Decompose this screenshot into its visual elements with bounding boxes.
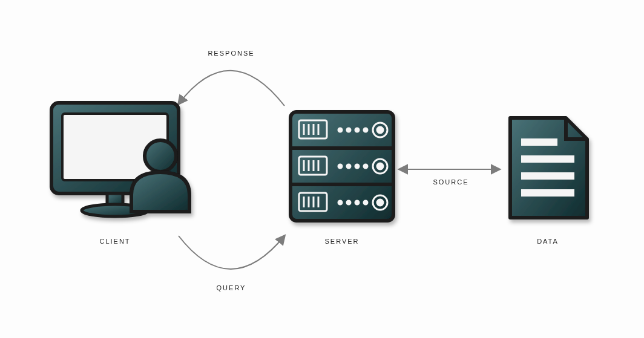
client-icon	[51, 103, 189, 216]
svg-point-30	[377, 163, 383, 169]
server-icon	[291, 112, 393, 221]
svg-point-27	[355, 164, 359, 168]
svg-point-15	[347, 128, 350, 132]
arrow-response	[179, 71, 284, 106]
svg-point-28	[364, 164, 367, 168]
data-label: DATA	[537, 238, 559, 245]
svg-rect-42	[521, 138, 557, 146]
server-label: SERVER	[324, 238, 359, 245]
svg-point-25	[338, 164, 342, 168]
svg-point-38	[355, 201, 359, 204]
svg-point-19	[377, 127, 383, 133]
svg-point-37	[347, 201, 350, 204]
client-label: CLIENT	[99, 238, 130, 245]
svg-point-14	[338, 128, 342, 132]
svg-rect-43	[521, 155, 574, 163]
svg-point-39	[364, 201, 367, 204]
response-label: RESPONSE	[208, 50, 254, 57]
svg-point-17	[364, 128, 367, 132]
data-icon	[510, 118, 587, 218]
diagram-stage: CLIENT SERVER DATA RESPONSE QUERY SOURCE	[0, 0, 644, 338]
svg-point-26	[347, 164, 350, 168]
query-label: QUERY	[217, 284, 246, 291]
svg-point-5	[145, 140, 176, 172]
svg-point-36	[338, 201, 342, 204]
svg-point-16	[355, 128, 359, 132]
svg-point-41	[377, 200, 383, 206]
svg-rect-44	[521, 172, 574, 180]
svg-rect-45	[521, 189, 574, 197]
diagram-svg	[0, 0, 644, 338]
source-label: SOURCE	[433, 178, 468, 186]
arrow-query	[179, 236, 284, 269]
